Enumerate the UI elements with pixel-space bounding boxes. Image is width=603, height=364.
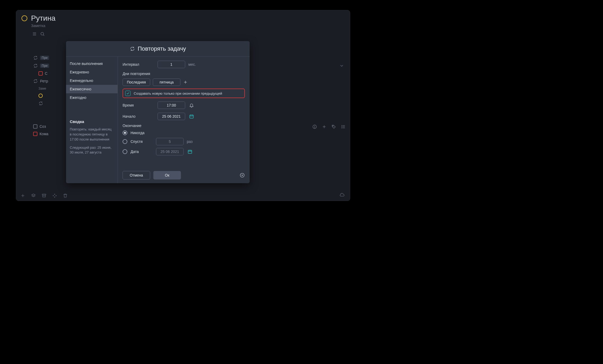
svg-marker-37 (242, 174, 243, 176)
bg-item: Кома (32, 130, 66, 138)
start-row: Начало 25 06 2021 (123, 112, 245, 120)
right-toolbar (312, 124, 346, 129)
side-item-yearly[interactable]: Ежегодно (66, 93, 118, 102)
modal-footer: Отмена Ок (123, 171, 245, 179)
bg-item: При (32, 54, 66, 62)
end-date-label: Дата (131, 150, 153, 154)
layers-icon[interactable] (31, 193, 36, 198)
bg-item: При (32, 62, 66, 70)
modal-title: Повторять задачу (138, 45, 186, 52)
svg-rect-28 (190, 115, 193, 118)
list-icon[interactable] (341, 124, 346, 129)
svg-point-7 (314, 128, 315, 128)
create-after-previous-label: Создавать новую только при окончании пре… (134, 91, 222, 95)
svg-rect-20 (42, 194, 46, 195)
list-icon[interactable] (32, 32, 37, 36)
interval-label: Интервал (123, 62, 154, 67)
start-date-input[interactable]: 25 06 2021 (158, 113, 185, 120)
start-label: Начало (123, 114, 154, 119)
side-item-after-done[interactable]: После выполнения (66, 59, 118, 68)
plus-icon[interactable] (20, 193, 25, 198)
task-ring-icon (21, 15, 27, 21)
svg-rect-32 (188, 150, 192, 154)
svg-marker-19 (32, 194, 35, 196)
search-icon[interactable] (40, 32, 45, 36)
svg-point-25 (54, 197, 55, 197)
cloud-icon[interactable] (339, 192, 345, 198)
interval-unit: мес. (188, 62, 196, 67)
svg-point-3 (41, 32, 44, 35)
summary-next: Следующий раз: 25 июня, 30 июля, 27 авгу… (66, 144, 118, 157)
end-date-row[interactable]: Дата 25 06 2021 (123, 148, 245, 155)
end-after-count-input[interactable]: 5 (156, 138, 184, 145)
svg-point-15 (342, 128, 342, 128)
repeat-icon (33, 55, 38, 60)
end-after-row[interactable]: Спустя 5 раз (123, 138, 245, 145)
repeat-icon (130, 46, 135, 51)
bg-label: Соз (40, 124, 46, 129)
window-title: Рутина (31, 14, 55, 23)
plus-icon[interactable] (322, 124, 327, 129)
radio-date[interactable] (123, 149, 127, 154)
interval-input[interactable]: 1 (158, 61, 185, 68)
svg-point-11 (342, 125, 342, 126)
radio-after[interactable] (123, 139, 127, 144)
modal-main: Интервал 1 мес. Дни повторения Последняя… (118, 57, 250, 183)
app-window: Рутина Заметка При При C Ретр Заме (16, 10, 350, 201)
side-item-monthly[interactable]: Ежемесячно (66, 85, 118, 93)
radio-never[interactable] (123, 130, 127, 135)
interval-row: Интервал 1 мес. (123, 60, 245, 68)
repeat-task-modal: Повторять задачу После выполнения Ежедне… (66, 41, 250, 183)
bg-item (32, 99, 66, 107)
end-date-input[interactable]: 25 06 2021 (156, 148, 184, 155)
bg-item: C (32, 70, 66, 77)
calendar-icon[interactable] (187, 149, 193, 154)
toolbar (16, 28, 350, 36)
tag-icon[interactable] (331, 124, 336, 129)
days-label: Дни повторения (123, 72, 245, 76)
checkbox-icon (33, 124, 37, 129)
window-subtitle: Заметка (16, 24, 350, 28)
week-ordinal-select[interactable]: Последняя (123, 78, 150, 86)
add-day-button[interactable] (183, 80, 189, 85)
time-label: Время (123, 103, 154, 107)
play-icon[interactable] (240, 173, 245, 178)
bg-label: При (40, 56, 49, 60)
side-item-daily[interactable]: Ежедневно (66, 68, 118, 76)
time-row: Время 17:00 (123, 101, 245, 109)
side-item-weekly[interactable]: Еженедельно (66, 76, 118, 85)
bg-label: C (45, 71, 47, 76)
ok-button[interactable]: Ок (153, 171, 181, 179)
end-never-row[interactable]: Никогда (123, 130, 245, 135)
checkbox-icon (38, 71, 43, 76)
svg-point-13 (342, 126, 342, 127)
bell-icon[interactable] (188, 103, 195, 108)
bg-label: При (40, 64, 49, 68)
repeat-icon (33, 79, 38, 84)
bg-item (32, 92, 66, 99)
bg-item: Заме (32, 85, 66, 92)
weekday-select[interactable]: пятница (153, 78, 180, 86)
move-icon[interactable] (52, 193, 57, 198)
calendar-icon[interactable] (188, 114, 195, 119)
trash-icon[interactable] (63, 193, 68, 198)
task-ring-icon (38, 94, 43, 98)
bottom-toolbar (20, 193, 68, 198)
checkbox-icon (33, 132, 37, 136)
bg-label: Кома (40, 132, 48, 136)
end-after-unit: раз (187, 139, 193, 144)
svg-line-4 (43, 35, 44, 36)
bg-item: Соз (32, 123, 66, 130)
cancel-button[interactable]: Отмена (123, 171, 150, 179)
archive-icon[interactable] (42, 193, 46, 198)
window-header: Рутина (16, 10, 350, 23)
end-never-label: Никогда (131, 131, 153, 135)
svg-point-10 (333, 126, 333, 126)
alert-icon[interactable] (312, 124, 317, 129)
create-after-previous-checkbox[interactable] (125, 91, 131, 96)
background-items: При При C Ретр Заме Соз Кома (32, 54, 66, 138)
chevron-down-icon[interactable] (339, 63, 344, 68)
time-input[interactable]: 17:00 (158, 102, 185, 109)
modal-sidebar: После выполнения Ежедневно Еженедельно Е… (66, 57, 118, 183)
end-after-label: Спустя (131, 139, 153, 144)
